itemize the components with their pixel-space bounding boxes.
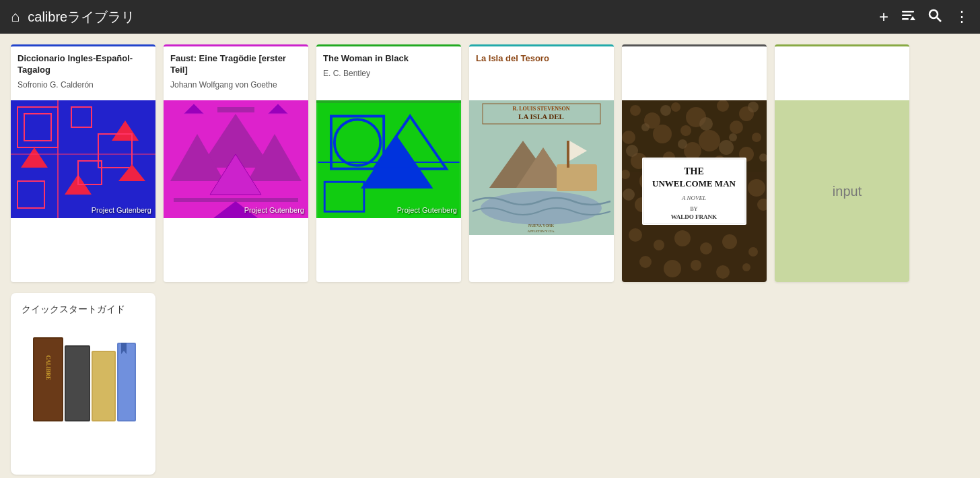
svg-point-100 [629,228,642,242]
svg-text:A NOVEL: A NOVEL [681,195,706,201]
second-row: クイックスタートガイド CALIBRE [0,293,980,478]
svg-point-51 [671,102,680,112]
svg-text:NUEVA YORK: NUEVA YORK [528,224,555,228]
svg-point-56 [653,125,672,143]
svg-rect-119 [118,344,135,420]
book-info: Diccionario Ingles-Español-Tagalog Sofro… [11,46,155,100]
book-card[interactable]: Diccionario Ingles-Español-Tagalog Sofro… [11,44,155,282]
sort-icon[interactable] [901,8,915,26]
svg-text:LA ISLA DEL: LA ISLA DEL [518,112,564,121]
svg-point-110 [742,263,750,271]
svg-rect-2 [902,18,909,20]
svg-point-90 [623,189,635,201]
book-cover: Project Gutenberg [164,100,308,218]
svg-text:BY: BY [690,206,697,212]
svg-rect-117 [93,352,114,420]
book-info [622,46,767,100]
quickstart-card[interactable]: クイックスタートガイド CALIBRE [11,293,155,475]
book-card[interactable]: La Isla del Tesoro R. LOUIS STEVENSON LA… [469,44,614,282]
book-info: Faust: Eine Tragödie [erster Teil] Johan… [164,46,308,100]
book-card[interactable]: The Woman in Black E. C. Bentley Project… [316,44,461,282]
book-info: The Woman in Black E. C. Bentley [316,46,461,100]
svg-text:UNWELCOME MAN: UNWELCOME MAN [652,178,736,189]
svg-point-40 [481,191,602,225]
svg-point-101 [654,240,664,250]
svg-marker-3 [910,16,915,20]
book-title: Diccionario Ingles-Español-Tagalog [18,53,149,76]
svg-point-108 [691,260,701,271]
quickstart-title: クイックスタートガイド [22,304,125,316]
book-card[interactable]: Faust: Eine Tragödie [erster Teil] Johan… [164,44,308,282]
svg-point-71 [748,179,765,197]
quickstart-illustration: CALIBRE [30,331,137,425]
book-cover: Project Gutenberg [316,100,461,218]
cover-label: Project Gutenberg [92,206,151,214]
more-menu-icon[interactable]: ⋮ [954,8,969,26]
svg-line-5 [937,18,941,22]
svg-text:WALDO FRANK: WALDO FRANK [671,213,717,220]
svg-point-60 [752,133,761,142]
svg-rect-44 [567,141,569,168]
book-title: La Isla del Tesoro [476,53,607,65]
add-book-icon[interactable]: + [879,7,888,26]
svg-rect-1 [902,14,911,16]
book-author: Johann Wolfgang von Goethe [170,80,302,90]
svg-point-85 [719,140,734,155]
svg-point-103 [700,242,712,254]
book-cover: input [775,100,909,282]
cover-label: Project Gutenberg [397,206,457,214]
svg-point-58 [699,130,720,151]
svg-point-59 [730,121,743,134]
book-card[interactable]: THE UNWELCOME MAN A NOVEL BY WALDO FRANK [622,44,767,282]
svg-point-82 [748,102,759,112]
svg-rect-0 [902,11,914,13]
book-title: Faust: Eine Tragödie [erster Teil] [170,53,302,76]
svg-point-102 [674,230,691,246]
app-title: calibreライブラリ [28,8,871,26]
svg-point-49 [630,105,641,116]
book-info: La Isla del Tesoro [469,46,614,100]
header-actions: + ⋮ [879,7,969,26]
book-author: E. C. Bentley [323,69,454,78]
svg-text:R. LOUIS STEVENSON: R. LOUIS STEVENSON [512,106,569,112]
svg-rect-43 [557,164,597,191]
search-icon[interactable] [928,8,942,26]
svg-point-107 [664,260,681,277]
svg-point-79 [660,105,671,116]
svg-point-109 [716,265,730,279]
svg-text:THE: THE [684,166,704,176]
svg-rect-27 [174,198,298,202]
svg-point-106 [639,256,652,268]
home-icon[interactable]: ⌂ [11,8,20,26]
svg-point-80 [699,117,713,131]
svg-point-104 [722,234,737,249]
cover-label: Project Gutenberg [244,206,304,214]
book-card[interactable]: input [775,44,909,282]
book-cover: THE UNWELCOME MAN A NOVEL BY WALDO FRANK [622,100,767,282]
svg-rect-24 [217,107,254,112]
book-author: Sofronio G. Calderón [18,80,149,90]
book-info [775,46,909,100]
svg-point-78 [641,123,650,131]
svg-text:CALIBRE: CALIBRE [44,355,50,380]
svg-point-4 [930,10,938,18]
input-label: input [833,184,862,199]
svg-text:APPLETON Y CIA.: APPLETON Y CIA. [527,230,555,233]
header: ⌂ calibreライブラリ + ⋮ [0,0,980,34]
svg-point-81 [729,133,737,141]
svg-point-84 [678,139,687,149]
book-cover: Project Gutenberg [11,100,155,218]
book-cover: R. LOUIS STEVENSON LA ISLA DEL NUEVA YOR… [469,100,614,235]
book-grid: Diccionario Ingles-Español-Tagalog Sofro… [0,34,980,293]
svg-point-55 [622,131,635,144]
svg-rect-115 [66,347,89,420]
book-title: The Woman in Black [323,53,454,65]
svg-point-83 [626,145,638,157]
svg-point-57 [680,125,691,136]
svg-point-105 [748,247,758,257]
